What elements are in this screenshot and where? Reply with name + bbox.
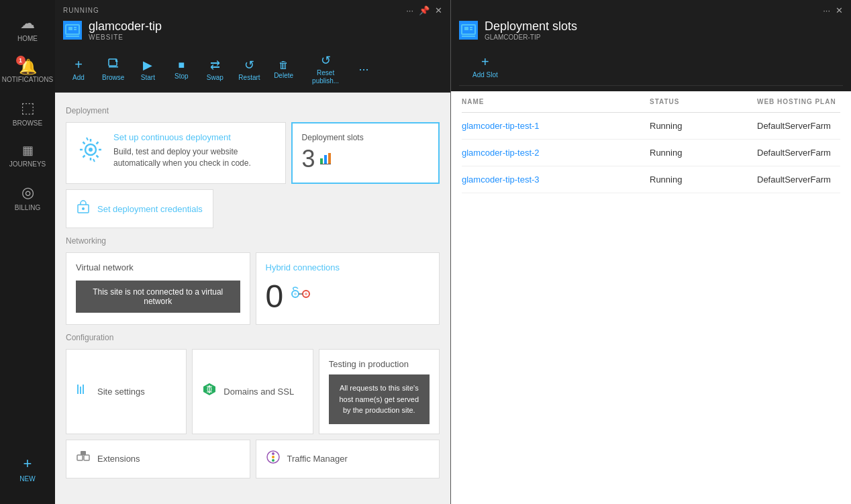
- svg-point-26: [272, 452, 274, 455]
- virtual-network-card[interactable]: Virtual network This site is not connect…: [66, 252, 250, 325]
- new-button[interactable]: + NEW: [0, 447, 55, 491]
- swap-icon: ⇄: [210, 58, 220, 72]
- traffic-icon: [266, 450, 281, 468]
- delete-button[interactable]: 🗑 Delete: [267, 56, 301, 82]
- header-icons: ··· 📌 ✕: [406, 5, 442, 15]
- vnet-status: This site is not connected to a virtual …: [76, 281, 240, 313]
- swap-button[interactable]: ⇄ Swap: [198, 55, 232, 84]
- svg-rect-23: [84, 455, 89, 460]
- sidebar: ☁ HOME 🔔 1 NOTIFICATIONS ⬚ BROWSE ▦ JOUR…: [0, 0, 55, 504]
- more-icon[interactable]: ···: [406, 5, 413, 15]
- table-row[interactable]: glamcoder-tip-test-3 Running DefaultServ…: [462, 166, 840, 193]
- add-slot-icon: +: [481, 54, 489, 70]
- continuous-deployment-desc: Build, test and deploy your website auto…: [113, 146, 276, 169]
- credentials-icon: [76, 199, 91, 218]
- svg-rect-24: [81, 451, 86, 455]
- browse-tb-icon: [107, 57, 119, 72]
- slots-chart-icon: [319, 150, 334, 168]
- billing-icon: ◎: [21, 184, 34, 201]
- th-plan: WEB HOSTING PLAN: [757, 98, 840, 105]
- config-row-2: Extensions Traffic Manager: [66, 440, 440, 478]
- hybrid-connections-card[interactable]: Hybrid connections 0: [256, 252, 440, 325]
- right-panel-title: Deployment slots: [485, 19, 577, 34]
- right-panel-toolbar: + Add Slot: [459, 48, 843, 86]
- status-bar: RUNNING ··· 📌 ✕: [63, 5, 442, 15]
- right-panel-icon: [459, 21, 478, 40]
- right-panel-subtitle: GLAMCODER-TIP: [485, 34, 577, 41]
- svg-rect-30: [464, 27, 468, 30]
- domains-ssl-card[interactable]: Domains and SSL: [192, 349, 313, 434]
- td-status-0: Running: [650, 121, 757, 131]
- add-button[interactable]: + Add: [62, 54, 95, 84]
- svg-point-28: [272, 459, 274, 462]
- running-status: RUNNING: [63, 7, 99, 14]
- svg-rect-21: [83, 385, 84, 394]
- vnet-title: Virtual network: [76, 262, 240, 272]
- config-section-header: Configuration: [66, 333, 440, 342]
- svg-rect-33: [462, 36, 475, 37]
- testing-notice: All requests to this site's host name(s)…: [329, 374, 430, 424]
- pin-icon[interactable]: 📌: [419, 5, 430, 15]
- stop-icon: ■: [179, 59, 185, 71]
- svg-rect-31: [470, 27, 472, 28]
- config-row-1: Site settings Domains and SSL Tes: [66, 349, 440, 434]
- svg-rect-1: [68, 27, 72, 30]
- svg-point-17: [294, 293, 297, 295]
- right-more-icon[interactable]: ···: [823, 5, 830, 15]
- testing-production-card[interactable]: Testing in production All requests to th…: [319, 349, 440, 434]
- extensions-icon: [76, 450, 91, 468]
- browse-button[interactable]: Browse: [95, 54, 131, 84]
- sidebar-item-notifications[interactable]: 🔔 1 NOTIFICATIONS: [0, 50, 55, 91]
- domains-label: Domains and SSL: [223, 387, 294, 397]
- close-icon[interactable]: ✕: [435, 5, 442, 15]
- svg-rect-3: [74, 29, 77, 30]
- deployment-slots-card[interactable]: Deployment slots 3: [291, 122, 440, 184]
- table-row[interactable]: glamcoder-tip-test-1 Running DefaultServ…: [462, 113, 840, 140]
- traffic-manager-card[interactable]: Traffic Manager: [256, 440, 440, 478]
- credentials-label: Set deployment credentials: [97, 204, 203, 214]
- site-settings-label: Site settings: [97, 387, 145, 397]
- right-close-icon[interactable]: ✕: [836, 5, 843, 15]
- td-name-0: glamcoder-tip-test-1: [462, 121, 650, 131]
- stop-button[interactable]: ■ Stop: [164, 56, 198, 83]
- td-name-2: glamcoder-tip-test-3: [462, 174, 650, 185]
- deployment-section-header: Deployment: [66, 106, 440, 115]
- svg-rect-6: [109, 66, 118, 68]
- restart-button[interactable]: ↺ Restart: [232, 55, 266, 84]
- panel-content: Deployment Se: [55, 93, 450, 504]
- table-row[interactable]: glamcoder-tip-test-2 Running DefaultServ…: [462, 140, 840, 166]
- sidebar-item-journeys[interactable]: ▦ JOURNEYS: [0, 135, 55, 176]
- networking-section-header: Networking: [66, 236, 440, 246]
- start-icon: ▶: [143, 58, 152, 72]
- table-body: glamcoder-tip-test-1 Running DefaultServ…: [462, 113, 840, 193]
- sidebar-item-browse[interactable]: ⬚ BROWSE: [0, 91, 55, 135]
- svg-point-14: [82, 207, 85, 210]
- toolbar-more-button[interactable]: ···: [354, 60, 374, 79]
- add-slot-button[interactable]: + Add Slot: [466, 52, 505, 81]
- panel-title: glamcoder-tip: [89, 19, 162, 34]
- svg-point-8: [89, 148, 93, 152]
- slots-count: 3: [302, 145, 315, 173]
- continuous-deployment-card[interactable]: Set up continuous deployment Build, test…: [66, 122, 286, 184]
- website-icon: [63, 21, 82, 40]
- slots-title: Deployment slots: [302, 133, 429, 142]
- extensions-card[interactable]: Extensions: [66, 440, 250, 478]
- hybrid-icon: [290, 283, 311, 309]
- td-name-1: glamcoder-tip-test-2: [462, 148, 650, 158]
- svg-rect-19: [77, 385, 79, 394]
- sidebar-item-home[interactable]: ☁ HOME: [0, 7, 55, 50]
- hybrid-title: Hybrid connections: [266, 262, 430, 272]
- svg-point-27: [272, 456, 274, 458]
- credentials-card[interactable]: Set deployment credentials: [66, 189, 213, 228]
- svg-rect-12: [320, 164, 331, 164]
- reset-publish-button[interactable]: ↺ Reset publish...: [301, 50, 351, 88]
- td-plan-2: DefaultServerFarm: [757, 174, 840, 185]
- sidebar-item-billing[interactable]: ◎ BILLING: [0, 176, 55, 219]
- site-settings-card[interactable]: Site settings: [66, 349, 187, 434]
- start-button[interactable]: ▶ Start: [131, 55, 164, 84]
- svg-rect-10: [324, 155, 327, 164]
- add-icon: +: [74, 57, 83, 72]
- svg-rect-2: [74, 27, 77, 28]
- panel-title-row: glamcoder-tip WEBSITE: [63, 19, 442, 41]
- reset-icon: ↺: [321, 53, 331, 68]
